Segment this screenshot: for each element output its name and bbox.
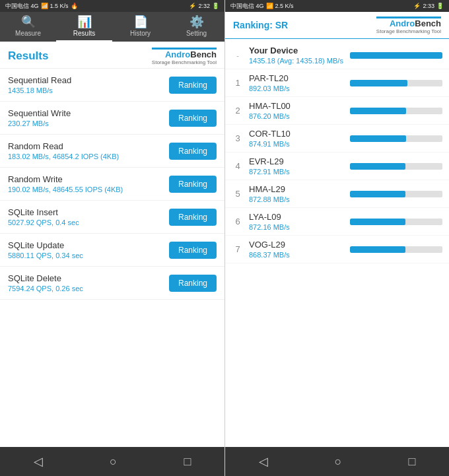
tab-measure[interactable]: 🔍 Measure: [0, 12, 56, 42]
history-label: History: [130, 30, 151, 37]
home-button[interactable]: ○: [110, 455, 117, 469]
ranking-item: 2 HMA-TL00 876.20 MB/s: [225, 97, 449, 125]
measure-icon: 🔍: [21, 16, 36, 28]
right-phone: 中国电信 4G 📶 2.5 K/s ⚡ 2:33 🔋 Ranking: SR A…: [224, 0, 449, 476]
rank-number: -: [232, 51, 244, 59]
ranking-button[interactable]: Ranking: [169, 275, 217, 292]
benchmark-list: Sequential Read 1435.18 MB/s Ranking Seq…: [0, 69, 224, 447]
rank-bar: [350, 246, 405, 253]
tab-setting[interactable]: ⚙️ Setting: [168, 12, 224, 42]
flame-icon: 🔥: [71, 3, 78, 9]
rank-device: LYA-L09: [249, 212, 345, 222]
benchmark-info: SQLite Update 5880.11 QPS, 0.34 sec: [8, 240, 83, 259]
benchmark-item: SQLite Delete 7594.24 QPS, 0.26 sec Rank…: [0, 267, 224, 300]
benchmark-info: Sequential Read 1435.18 MB/s: [8, 75, 71, 94]
benchmark-info: Random Read 183.02 MB/s, 46854.2 IOPS (4…: [8, 141, 119, 160]
logo-text: AndroBench: [165, 50, 217, 59]
logo-bench: Bench: [190, 50, 217, 59]
ranking-button[interactable]: Ranking: [169, 110, 217, 127]
ranking-item: 7 VOG-L29 868.37 MB/s: [225, 236, 449, 263]
benchmark-info: Sequential Write 230.27 MB/s: [8, 108, 71, 127]
rank-number: 2: [232, 106, 244, 116]
ranking-list: - Your Device 1435.18 (Avg: 1435.18) MB/…: [225, 39, 449, 447]
ranking-button[interactable]: Ranking: [169, 77, 217, 94]
ranking-button[interactable]: Ranking: [169, 242, 217, 259]
benchmark-value: 230.27 MB/s: [8, 119, 71, 127]
right-battery-icon: 🔋: [436, 3, 444, 9]
benchmark-value: 7594.24 QPS, 0.26 sec: [8, 285, 83, 292]
benchmark-item: SQLite Insert 5027.92 QPS, 0.4 sec Ranki…: [0, 201, 224, 234]
ranking-title: Ranking: SR: [233, 20, 288, 30]
rank-number: 1: [232, 78, 244, 88]
signal-icon: 📶: [41, 3, 48, 9]
tab-results[interactable]: 📊 Results: [56, 12, 112, 42]
right-home-button[interactable]: ○: [335, 455, 342, 469]
setting-icon: ⚙️: [190, 16, 204, 28]
rank-bar-container: [350, 191, 442, 197]
rank-number: 5: [232, 189, 244, 199]
left-bottom-nav: ◁ ○ □: [0, 447, 224, 476]
right-logo-sub: Storage Benchmarking Tool: [376, 28, 441, 34]
tab-history[interactable]: 📄 History: [112, 12, 168, 42]
rank-bar: [350, 52, 442, 59]
right-recents-button[interactable]: □: [409, 455, 416, 469]
benchmark-item: Random Read 183.02 MB/s, 46854.2 IOPS (4…: [0, 135, 224, 168]
benchmark-value: 5027.92 QPS, 0.4 sec: [8, 219, 79, 226]
rank-info: PAR-TL20 892.03 MB/s: [249, 73, 345, 92]
rank-bar-container: [350, 52, 442, 59]
benchmark-name: Random Read: [8, 141, 119, 151]
battery-time: 2:32: [198, 3, 210, 9]
rank-score: 872.88 MB/s: [249, 195, 345, 203]
right-battery-time: 2:33: [423, 3, 434, 9]
right-bluetooth-icon: ⚡: [413, 3, 421, 9]
measure-label: Measure: [15, 30, 41, 37]
benchmark-info: SQLite Insert 5027.92 QPS, 0.4 sec: [8, 207, 79, 226]
results-icon: 📊: [77, 16, 92, 28]
benchmark-name: Random Write: [8, 174, 123, 184]
benchmark-value: 190.02 MB/s, 48645.55 IOPS (4KB): [8, 186, 123, 193]
benchmark-name: SQLite Update: [8, 240, 83, 250]
benchmark-info: SQLite Delete 7594.24 QPS, 0.26 sec: [8, 273, 83, 292]
logo-sub: Storage Benchmarking Tool: [152, 59, 217, 65]
benchmark-name: Sequential Read: [8, 75, 71, 85]
right-back-button[interactable]: ◁: [259, 454, 268, 469]
rank-score: 872.91 MB/s: [249, 168, 345, 176]
rank-bar-container: [350, 80, 442, 86]
recents-button[interactable]: □: [184, 455, 191, 469]
rank-info: Your Device 1435.18 (Avg: 1435.18) MB/s: [249, 46, 345, 65]
benchmark-item: SQLite Update 5880.11 QPS, 0.34 sec Rank…: [0, 234, 224, 267]
bluetooth-icon: ⚡: [189, 3, 196, 9]
right-status-bar: 中国电信 4G 📶 2.5 K/s ⚡ 2:33 🔋: [225, 0, 449, 12]
rank-device: Your Device: [249, 46, 345, 55]
ranking-header: Ranking: SR AndroBench Storage Benchmark…: [225, 12, 449, 39]
ranking-item: 4 EVR-L29 872.91 MB/s: [225, 153, 449, 180]
ranking-button[interactable]: Ranking: [169, 143, 217, 160]
wifi-speed: 1.5 K/s: [50, 3, 69, 9]
battery-icon: 🔋: [212, 3, 219, 9]
rank-info: VOG-L29 868.37 MB/s: [249, 240, 345, 259]
right-androbench-logo: AndroBench Storage Benchmarking Tool: [376, 16, 441, 34]
ranking-button[interactable]: Ranking: [169, 176, 217, 193]
rank-bar: [350, 191, 405, 197]
logo-andro: Andro: [165, 50, 190, 59]
left-phone: 中国电信 4G 📶 1.5 K/s 🔥 ⚡ 2:32 🔋 🔍 Measure 📊…: [0, 0, 224, 476]
status-left: 中国电信 4G 📶 1.5 K/s 🔥: [5, 2, 78, 11]
rank-bar-container: [350, 108, 442, 114]
rank-device: PAR-TL20: [249, 73, 345, 83]
ranking-item: 6 LYA-L09 872.16 MB/s: [225, 208, 449, 236]
rank-info: LYA-L09 872.16 MB/s: [249, 212, 345, 231]
benchmark-name: SQLite Insert: [8, 207, 79, 217]
rank-score: 868.37 MB/s: [249, 251, 345, 259]
rank-bar-container: [350, 135, 442, 142]
rank-info: HMA-L29 872.88 MB/s: [249, 184, 345, 203]
rank-bar-container: [350, 163, 442, 170]
benchmark-value: 1435.18 MB/s: [8, 86, 71, 94]
ranking-button[interactable]: Ranking: [169, 209, 217, 226]
benchmark-value: 5880.11 QPS, 0.34 sec: [8, 252, 83, 259]
back-button[interactable]: ◁: [34, 454, 43, 469]
right-logo-bench: Bench: [415, 18, 441, 28]
carrier-text: 中国电信 4G: [5, 2, 39, 11]
right-status-left: 中国电信 4G 📶 2.5 K/s: [230, 2, 294, 11]
rank-number: 6: [232, 217, 244, 226]
rank-device: HMA-L29: [249, 184, 345, 194]
